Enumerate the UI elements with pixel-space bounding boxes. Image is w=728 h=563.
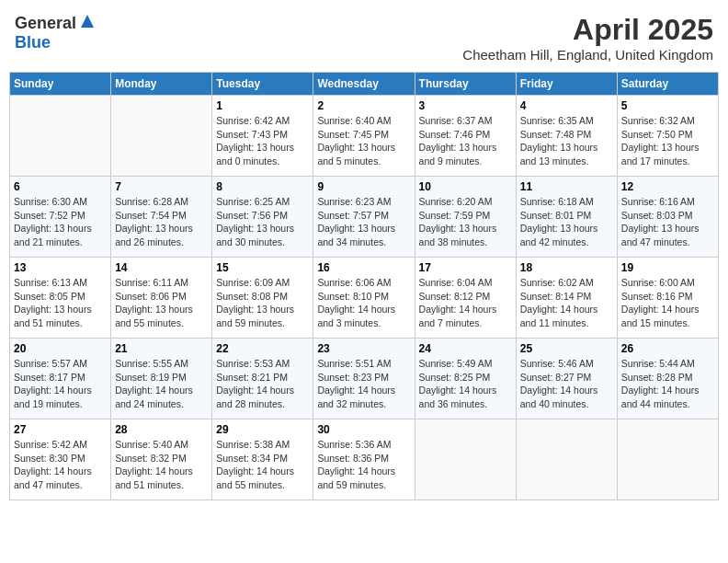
day-number: 13	[14, 261, 107, 274]
calendar-day-cell: 11Sunrise: 6:18 AMSunset: 8:01 PMDayligh…	[516, 177, 617, 258]
day-info: Sunrise: 5:57 AMSunset: 8:17 PMDaylight:…	[14, 357, 107, 411]
day-number: 5	[621, 99, 714, 112]
day-of-week-header: Monday	[111, 73, 212, 96]
month-title: April 2025	[462, 13, 713, 47]
calendar-day-cell: 15Sunrise: 6:09 AMSunset: 8:08 PMDayligh…	[212, 258, 313, 339]
day-number: 7	[115, 180, 208, 193]
calendar-day-cell: 24Sunrise: 5:49 AMSunset: 8:25 PMDayligh…	[415, 339, 516, 419]
day-number: 9	[317, 180, 410, 193]
day-number: 8	[216, 180, 309, 193]
calendar-day-cell: 22Sunrise: 5:53 AMSunset: 8:21 PMDayligh…	[212, 339, 313, 419]
day-number: 3	[419, 99, 512, 112]
day-of-week-header: Friday	[516, 73, 617, 96]
day-info: Sunrise: 5:44 AMSunset: 8:28 PMDaylight:…	[621, 357, 714, 411]
day-info: Sunrise: 5:36 AMSunset: 8:36 PMDaylight:…	[317, 438, 410, 492]
calendar-table: SundayMondayTuesdayWednesdayThursdayFrid…	[9, 72, 719, 500]
day-info: Sunrise: 6:28 AMSunset: 7:54 PMDaylight:…	[115, 195, 208, 249]
calendar-day-cell: 23Sunrise: 5:51 AMSunset: 8:23 PMDayligh…	[313, 339, 415, 419]
calendar-day-cell: 5Sunrise: 6:32 AMSunset: 7:50 PMDaylight…	[617, 96, 718, 177]
day-number: 27	[14, 423, 107, 436]
title-block: April 2025 Cheetham Hill, England, Unite…	[462, 13, 713, 63]
logo-general: General	[15, 14, 76, 33]
calendar-day-cell: 30Sunrise: 5:36 AMSunset: 8:36 PMDayligh…	[313, 419, 415, 500]
day-info: Sunrise: 5:53 AMSunset: 8:21 PMDaylight:…	[216, 357, 309, 411]
day-info: Sunrise: 5:42 AMSunset: 8:30 PMDaylight:…	[14, 438, 107, 492]
day-number: 15	[216, 261, 309, 274]
day-number: 22	[216, 342, 309, 355]
day-info: Sunrise: 5:55 AMSunset: 8:19 PMDaylight:…	[115, 357, 208, 411]
calendar-week-row: 6Sunrise: 6:30 AMSunset: 7:52 PMDaylight…	[10, 177, 719, 258]
day-number: 24	[419, 342, 512, 355]
calendar-day-cell: 9Sunrise: 6:23 AMSunset: 7:57 PMDaylight…	[313, 177, 415, 258]
calendar-day-cell: 7Sunrise: 6:28 AMSunset: 7:54 PMDaylight…	[111, 177, 212, 258]
calendar-day-cell: 18Sunrise: 6:02 AMSunset: 8:14 PMDayligh…	[516, 258, 617, 339]
day-number: 10	[419, 180, 512, 193]
calendar-day-cell: 14Sunrise: 6:11 AMSunset: 8:06 PMDayligh…	[111, 258, 212, 339]
calendar-day-cell	[111, 96, 212, 177]
day-info: Sunrise: 6:00 AMSunset: 8:16 PMDaylight:…	[621, 276, 714, 330]
day-of-week-header: Wednesday	[313, 73, 415, 96]
calendar-day-cell: 29Sunrise: 5:38 AMSunset: 8:34 PMDayligh…	[212, 419, 313, 500]
day-info: Sunrise: 6:23 AMSunset: 7:57 PMDaylight:…	[317, 195, 410, 249]
calendar-day-cell: 26Sunrise: 5:44 AMSunset: 8:28 PMDayligh…	[617, 339, 718, 419]
day-info: Sunrise: 6:04 AMSunset: 8:12 PMDaylight:…	[419, 276, 512, 330]
day-number: 30	[317, 423, 410, 436]
calendar-day-cell: 28Sunrise: 5:40 AMSunset: 8:32 PMDayligh…	[111, 419, 212, 500]
logo: General Blue	[15, 13, 97, 52]
logo-triangle	[79, 13, 96, 33]
day-number: 16	[317, 261, 410, 274]
day-info: Sunrise: 6:25 AMSunset: 7:56 PMDaylight:…	[216, 195, 309, 249]
calendar-day-cell: 17Sunrise: 6:04 AMSunset: 8:12 PMDayligh…	[415, 258, 516, 339]
day-info: Sunrise: 5:49 AMSunset: 8:25 PMDaylight:…	[419, 357, 512, 411]
day-number: 18	[520, 261, 613, 274]
day-of-week-header: Saturday	[617, 73, 718, 96]
day-info: Sunrise: 5:40 AMSunset: 8:32 PMDaylight:…	[115, 438, 208, 492]
calendar-day-cell	[516, 419, 617, 500]
calendar-day-cell: 3Sunrise: 6:37 AMSunset: 7:46 PMDaylight…	[415, 96, 516, 177]
day-number: 11	[520, 180, 613, 193]
calendar-day-cell: 21Sunrise: 5:55 AMSunset: 8:19 PMDayligh…	[111, 339, 212, 419]
calendar-day-cell: 12Sunrise: 6:16 AMSunset: 8:03 PMDayligh…	[617, 177, 718, 258]
day-info: Sunrise: 5:38 AMSunset: 8:34 PMDaylight:…	[216, 438, 309, 492]
calendar-day-cell: 2Sunrise: 6:40 AMSunset: 7:45 PMDaylight…	[313, 96, 415, 177]
calendar-day-cell: 16Sunrise: 6:06 AMSunset: 8:10 PMDayligh…	[313, 258, 415, 339]
day-number: 26	[621, 342, 714, 355]
day-info: Sunrise: 5:46 AMSunset: 8:27 PMDaylight:…	[520, 357, 613, 411]
day-number: 25	[520, 342, 613, 355]
calendar-day-cell: 20Sunrise: 5:57 AMSunset: 8:17 PMDayligh…	[10, 339, 111, 419]
location-title: Cheetham Hill, England, United Kingdom	[462, 47, 713, 63]
calendar-week-row: 13Sunrise: 6:13 AMSunset: 8:05 PMDayligh…	[10, 258, 719, 339]
day-info: Sunrise: 6:06 AMSunset: 8:10 PMDaylight:…	[317, 276, 410, 330]
calendar-day-cell	[415, 419, 516, 500]
day-of-week-header: Tuesday	[212, 73, 313, 96]
calendar-day-cell: 27Sunrise: 5:42 AMSunset: 8:30 PMDayligh…	[10, 419, 111, 500]
calendar-day-cell	[617, 419, 718, 500]
day-info: Sunrise: 6:02 AMSunset: 8:14 PMDaylight:…	[520, 276, 613, 330]
day-info: Sunrise: 6:13 AMSunset: 8:05 PMDaylight:…	[14, 276, 107, 330]
calendar-day-cell: 6Sunrise: 6:30 AMSunset: 7:52 PMDaylight…	[10, 177, 111, 258]
day-info: Sunrise: 6:09 AMSunset: 8:08 PMDaylight:…	[216, 276, 309, 330]
calendar-day-cell: 25Sunrise: 5:46 AMSunset: 8:27 PMDayligh…	[516, 339, 617, 419]
day-info: Sunrise: 6:37 AMSunset: 7:46 PMDaylight:…	[419, 114, 512, 168]
day-info: Sunrise: 6:40 AMSunset: 7:45 PMDaylight:…	[317, 114, 410, 168]
calendar-day-cell	[10, 96, 111, 177]
day-number: 28	[115, 423, 208, 436]
day-number: 20	[14, 342, 107, 355]
day-number: 21	[115, 342, 208, 355]
logo-blue: Blue	[15, 33, 51, 52]
calendar-day-cell: 4Sunrise: 6:35 AMSunset: 7:48 PMDaylight…	[516, 96, 617, 177]
calendar-day-cell: 10Sunrise: 6:20 AMSunset: 7:59 PMDayligh…	[415, 177, 516, 258]
calendar-week-row: 27Sunrise: 5:42 AMSunset: 8:30 PMDayligh…	[10, 419, 719, 500]
day-number: 19	[621, 261, 714, 274]
day-of-week-header: Sunday	[10, 73, 111, 96]
day-number: 12	[621, 180, 714, 193]
day-info: Sunrise: 6:20 AMSunset: 7:59 PMDaylight:…	[419, 195, 512, 249]
day-number: 2	[317, 99, 410, 112]
day-number: 23	[317, 342, 410, 355]
calendar-day-cell: 19Sunrise: 6:00 AMSunset: 8:16 PMDayligh…	[617, 258, 718, 339]
day-number: 14	[115, 261, 208, 274]
day-info: Sunrise: 6:32 AMSunset: 7:50 PMDaylight:…	[621, 114, 714, 168]
day-info: Sunrise: 6:18 AMSunset: 8:01 PMDaylight:…	[520, 195, 613, 249]
day-number: 17	[419, 261, 512, 274]
day-info: Sunrise: 6:35 AMSunset: 7:48 PMDaylight:…	[520, 114, 613, 168]
